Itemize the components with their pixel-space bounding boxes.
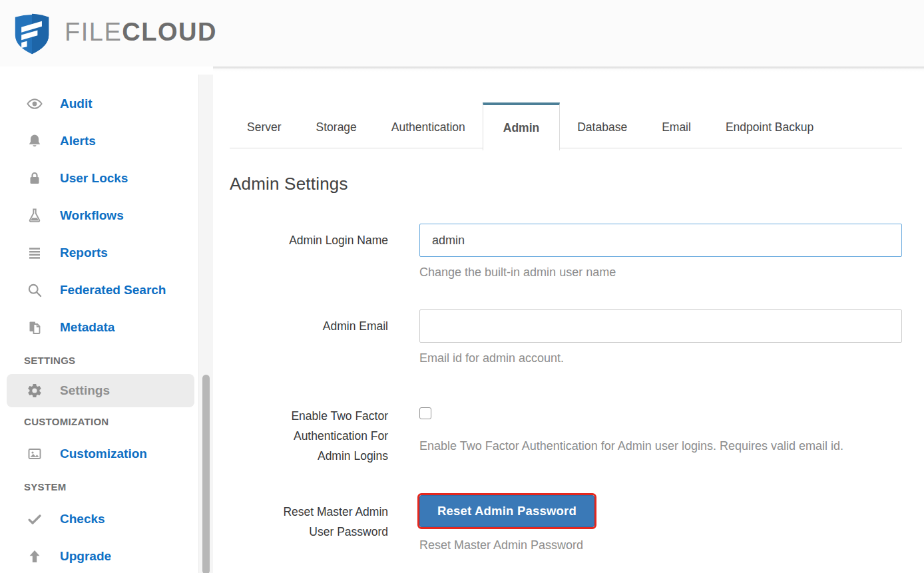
admin-settings-form: Admin Login Name Change the built-in adm… — [230, 224, 902, 554]
admin-login-name-row: Admin Login Name Change the built-in adm… — [230, 224, 902, 282]
pages-icon — [27, 319, 43, 335]
admin-email-row: Admin Email Email id for admin account. — [230, 309, 902, 367]
sidebar-item-label: User Locks — [60, 171, 128, 186]
sidebar-section-system: SYSTEM — [0, 473, 213, 500]
sidebar-item-user-locks[interactable]: User Locks — [0, 160, 213, 197]
sidebar-item-customization[interactable]: Customization — [0, 435, 213, 473]
check-icon — [27, 511, 43, 527]
sidebar-section-customization: CUSTOMIZATION — [0, 407, 213, 435]
sidebar-section-settings: SETTINGS — [0, 346, 213, 374]
tab-storage[interactable]: Storage — [299, 106, 374, 148]
two-factor-checkbox[interactable] — [419, 407, 431, 419]
list-icon — [27, 245, 43, 261]
app-header: FILECLOUD — [0, 0, 924, 67]
sidebar: Audit Alerts User Locks Workflows Report — [0, 67, 213, 573]
sidebar-item-label: Workflows — [60, 208, 124, 223]
sidebar-item-label: Customization — [60, 447, 147, 461]
reset-admin-password-help: Reset Master Admin Password — [419, 536, 902, 554]
sidebar-item-audit[interactable]: Audit — [0, 85, 213, 122]
tab-authentication[interactable]: Authentication — [374, 106, 483, 148]
eye-icon — [27, 96, 43, 112]
sidebar-item-label: Checks — [60, 512, 105, 526]
reset-admin-password-button[interactable]: Reset Admin Password — [419, 495, 594, 527]
sidebar-item-label: Alerts — [60, 134, 96, 148]
sidebar-item-label: Reports — [60, 246, 108, 260]
admin-email-help: Email id for admin account. — [419, 349, 902, 367]
two-factor-row: Enable Two Factor Authentication For Adm… — [230, 406, 902, 466]
tab-email[interactable]: Email — [644, 106, 708, 148]
sidebar-item-alerts[interactable]: Alerts — [0, 122, 213, 160]
sidebar-item-metadata[interactable]: Metadata — [0, 309, 213, 346]
gear-icon — [27, 383, 43, 399]
tab-endpoint-backup[interactable]: Endpoint Backup — [708, 106, 831, 148]
search-icon — [27, 282, 43, 298]
filecloud-shield-icon — [13, 12, 51, 56]
page-title: Admin Settings — [230, 174, 902, 194]
flask-icon — [27, 208, 43, 224]
sidebar-item-checks[interactable]: Checks — [0, 500, 213, 538]
sidebar-scrollbar-track[interactable] — [198, 75, 213, 573]
lock-icon — [27, 170, 43, 186]
filecloud-logo[interactable]: FILECLOUD — [13, 11, 217, 56]
admin-login-name-input[interactable] — [419, 224, 902, 257]
sidebar-item-upgrade[interactable]: Upgrade — [0, 538, 213, 573]
brand-name: FILECLOUD — [65, 19, 217, 47]
tab-database[interactable]: Database — [560, 106, 644, 148]
tab-server[interactable]: Server — [230, 106, 299, 148]
brand-file: FILE — [65, 18, 122, 46]
bell-icon — [27, 133, 43, 149]
sidebar-scrollbar-thumb[interactable] — [202, 375, 210, 573]
sidebar-item-federated-search[interactable]: Federated Search — [0, 272, 213, 309]
admin-email-label: Admin Email — [230, 309, 388, 367]
image-icon — [27, 446, 43, 462]
two-factor-label: Enable Two Factor Authentication For Adm… — [230, 406, 388, 466]
sidebar-item-settings[interactable]: Settings — [7, 374, 194, 407]
arrow-up-icon — [27, 548, 43, 564]
admin-login-name-label: Admin Login Name — [230, 224, 388, 282]
sidebar-item-label: Metadata — [60, 320, 115, 335]
admin-login-name-help: Change the built-in admin user name — [419, 263, 902, 282]
admin-email-input[interactable] — [419, 309, 902, 343]
sidebar-item-label: Upgrade — [60, 549, 111, 564]
sidebar-item-label: Settings — [60, 383, 110, 398]
two-factor-help: Enable Two Factor Authentication for Adm… — [419, 437, 902, 455]
brand-cloud: CLOUD — [122, 18, 217, 46]
reset-admin-password-row: Reset Master Admin User Password Reset A… — [230, 495, 902, 554]
reset-admin-password-label: Reset Master Admin User Password — [230, 495, 388, 554]
main-content: Server Storage Authentication Admin Data… — [213, 67, 924, 573]
settings-tab-bar: Server Storage Authentication Admin Data… — [230, 106, 902, 148]
sidebar-item-reports[interactable]: Reports — [0, 234, 213, 272]
sidebar-item-label: Federated Search — [60, 283, 166, 297]
sidebar-item-label: Audit — [60, 96, 93, 111]
tab-admin[interactable]: Admin — [483, 102, 560, 150]
sidebar-item-workflows[interactable]: Workflows — [0, 197, 213, 234]
